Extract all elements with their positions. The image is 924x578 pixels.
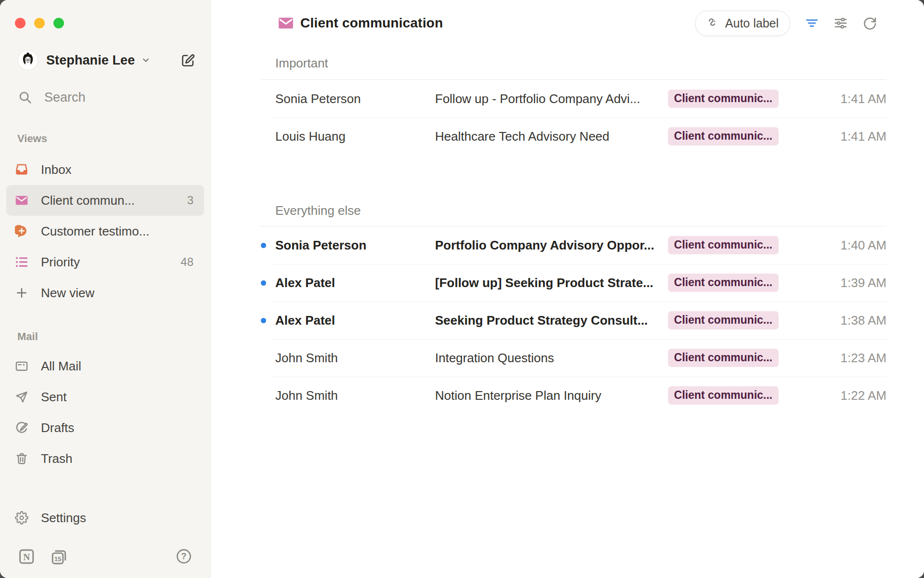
auto-label-button[interactable]: Auto label bbox=[695, 11, 790, 36]
calendar-app-button[interactable]: 15 bbox=[50, 548, 68, 565]
email-subject: Portfolio Company Advisory Oppor... bbox=[435, 238, 668, 253]
envelope-icon bbox=[15, 194, 28, 207]
avatar bbox=[18, 50, 38, 70]
unread-dot-icon bbox=[261, 318, 266, 323]
email-time: 1:41 AM bbox=[779, 129, 886, 144]
question-mark-icon: ? bbox=[176, 548, 192, 565]
sidebar-item-sent[interactable]: Sent bbox=[6, 381, 204, 412]
email-time: 1:39 AM bbox=[779, 276, 886, 290]
email-row[interactable]: Louis Huang Healthcare Tech Advisory Nee… bbox=[261, 118, 886, 155]
gear-icon bbox=[15, 511, 28, 525]
account-switcher[interactable]: Stephanie Lee bbox=[18, 46, 195, 74]
sidebar-item-label: Priority bbox=[41, 255, 80, 270]
paper-plane-icon bbox=[15, 390, 28, 404]
zoom-window-button[interactable] bbox=[53, 18, 64, 28]
calendar-15-icon: 15 bbox=[50, 548, 68, 565]
sidebar-item-label: Client commun... bbox=[41, 193, 135, 208]
speech-bubble-plus-icon bbox=[15, 224, 28, 238]
help-button[interactable]: ? bbox=[176, 548, 192, 565]
label-chip[interactable]: Client communic... bbox=[668, 386, 779, 405]
email-time: 1:23 AM bbox=[779, 351, 886, 366]
section-title: Everything else bbox=[261, 201, 886, 220]
email-row[interactable]: Sonia Peterson Follow up - Portfolio Com… bbox=[261, 80, 886, 118]
sidebar-item-priority[interactable]: Priority 48 bbox=[6, 247, 204, 277]
email-row[interactable]: Alex Patel Seeking Product Strategy Cons… bbox=[261, 302, 886, 339]
label-chip[interactable]: Client communic... bbox=[668, 349, 779, 367]
notion-app-button[interactable]: N bbox=[18, 548, 36, 565]
account-name: Stephanie Lee bbox=[46, 53, 135, 68]
mail-section-label: Mail bbox=[17, 330, 210, 342]
sidebar-item-client-communication[interactable]: Client commun... 3 bbox=[6, 185, 204, 216]
label-chip[interactable]: Client communic... bbox=[668, 311, 779, 329]
search-placeholder: Search bbox=[44, 90, 86, 105]
sidebar-item-label: Trash bbox=[41, 451, 73, 466]
refresh-button[interactable] bbox=[862, 16, 877, 30]
filter-button[interactable] bbox=[805, 16, 819, 30]
header-actions: Auto label bbox=[695, 11, 877, 36]
unread-dot-icon bbox=[261, 280, 266, 286]
search-icon bbox=[18, 90, 32, 105]
unread-dot-icon bbox=[261, 243, 266, 248]
label-chip[interactable]: Client communic... bbox=[668, 236, 779, 254]
label-chip[interactable]: Client communic... bbox=[668, 90, 779, 108]
main-content: Client communication Auto label bbox=[211, 0, 924, 578]
close-window-button[interactable] bbox=[15, 18, 26, 28]
app-window: Stephanie Lee Search Views Inbox bbox=[0, 0, 924, 578]
sidebar-footer: N 15 ? bbox=[0, 545, 210, 568]
window-controls bbox=[0, 0, 210, 46]
sidebar-item-customer-testimonials[interactable]: Customer testimo... bbox=[6, 216, 204, 247]
svg-text:15: 15 bbox=[54, 555, 62, 563]
section-everything-else: Everything else Sonia Peterson Portfolio… bbox=[261, 201, 886, 414]
auto-label-label: Auto label bbox=[725, 16, 779, 30]
email-time: 1:40 AM bbox=[779, 238, 886, 253]
email-sender: Alex Patel bbox=[275, 276, 435, 290]
pencil-circle-icon bbox=[15, 421, 28, 434]
compose-icon bbox=[180, 53, 195, 68]
email-subject: Healthcare Tech Advisory Need bbox=[435, 129, 668, 144]
email-subject: Seeking Product Strategy Consult... bbox=[435, 313, 668, 328]
email-time: 1:22 AM bbox=[779, 388, 886, 403]
priority-count-badge: 48 bbox=[180, 255, 193, 269]
email-sender: Alex Patel bbox=[275, 313, 435, 328]
sidebar-item-inbox[interactable]: Inbox bbox=[6, 154, 204, 185]
views-section-label: Views bbox=[17, 132, 210, 144]
email-row[interactable]: John Smith Notion Enterprise Plan Inquir… bbox=[261, 377, 886, 414]
email-time: 1:41 AM bbox=[779, 92, 886, 106]
search-input[interactable]: Search bbox=[0, 83, 210, 111]
email-sender: Louis Huang bbox=[275, 129, 435, 144]
refresh-icon bbox=[862, 16, 877, 30]
sidebar-item-label: Inbox bbox=[41, 162, 72, 177]
email-subject: [Follow up] Seeking Product Strate... bbox=[435, 276, 668, 290]
page-title: Client communication bbox=[300, 15, 443, 31]
sidebar-item-settings[interactable]: Settings bbox=[6, 502, 204, 533]
sidebar-item-all-mail[interactable]: All Mail bbox=[6, 351, 204, 381]
label-chip[interactable]: Client communic... bbox=[668, 274, 779, 292]
sidebar-item-label: Drafts bbox=[41, 420, 74, 435]
sidebar-item-new-view[interactable]: New view bbox=[6, 277, 204, 308]
sidebar-item-label: Customer testimo... bbox=[41, 224, 149, 239]
sidebar-item-label: All Mail bbox=[41, 359, 81, 374]
unread-count-badge: 3 bbox=[187, 194, 193, 207]
view-header: Client communication Auto label bbox=[211, 0, 924, 46]
sidebar-item-label: New view bbox=[41, 286, 94, 301]
email-subject: Follow up - Portfolio Company Advi... bbox=[435, 92, 668, 106]
plus-icon bbox=[15, 286, 28, 300]
minimize-window-button[interactable] bbox=[34, 18, 45, 28]
display-options-button[interactable] bbox=[834, 16, 848, 30]
sidebar-item-trash[interactable]: Trash bbox=[6, 443, 204, 474]
email-subject: Notion Enterprise Plan Inquiry bbox=[435, 388, 668, 403]
notion-logo-icon: N bbox=[18, 548, 36, 565]
email-row[interactable]: Alex Patel [Follow up] Seeking Product S… bbox=[261, 264, 886, 302]
mail-card-icon bbox=[15, 359, 28, 373]
label-chip[interactable]: Client communic... bbox=[668, 127, 779, 145]
email-time: 1:38 AM bbox=[779, 313, 886, 328]
bulleted-list-icon bbox=[15, 255, 28, 269]
email-row[interactable]: Sonia Peterson Portfolio Company Advisor… bbox=[261, 226, 886, 264]
sidebar-item-label: Sent bbox=[41, 390, 67, 405]
compose-button[interactable] bbox=[180, 52, 195, 68]
sidebar-item-label: Settings bbox=[41, 511, 86, 525]
sidebar-item-drafts[interactable]: Drafts bbox=[6, 412, 204, 443]
trash-icon bbox=[15, 452, 28, 465]
section-title: Important bbox=[261, 54, 886, 72]
email-row[interactable]: John Smith Integration Questions Client … bbox=[261, 339, 886, 377]
